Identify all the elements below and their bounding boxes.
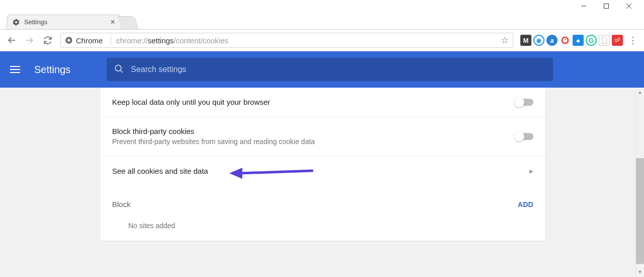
- extension-a-icon[interactable]: a: [546, 35, 558, 46]
- tab-close-button[interactable]: ✕: [110, 18, 116, 26]
- window-titlebar: [0, 0, 644, 12]
- browser-toolbar: Chrome chrome://settings/content/cookies…: [0, 29, 644, 51]
- scroll-thumb[interactable]: [636, 158, 644, 264]
- add-button[interactable]: ADD: [518, 200, 533, 209]
- separator: [111, 35, 111, 45]
- row-sublabel: Prevent third-party websites from saving…: [112, 137, 315, 146]
- origin-label: Chrome: [76, 36, 103, 45]
- chevron-right-icon: ▸: [529, 166, 533, 176]
- extension-doc-icon[interactable]: [599, 35, 610, 46]
- scroll-down-icon[interactable]: ▼: [636, 267, 644, 276]
- extension-todoist-icon[interactable]: [612, 35, 623, 46]
- search-settings-box[interactable]: [107, 58, 553, 81]
- reload-button[interactable]: [40, 33, 55, 48]
- address-bar[interactable]: Chrome chrome://settings/content/cookies…: [60, 33, 513, 48]
- scrollbar[interactable]: ▲ ▼: [635, 88, 644, 276]
- annotation-arrow: [229, 166, 315, 183]
- tab-strip: Settings ✕: [0, 12, 644, 29]
- back-button[interactable]: [4, 33, 19, 48]
- extension-duckduckgo-icon[interactable]: [560, 35, 571, 46]
- browser-menu-button[interactable]: ⋮: [626, 33, 640, 47]
- gear-icon: [12, 18, 21, 26]
- section-block: Block ADD: [100, 186, 545, 215]
- scroll-up-icon[interactable]: ▲: [636, 88, 644, 96]
- forward-button[interactable]: [22, 33, 37, 48]
- menu-icon[interactable]: [10, 62, 24, 77]
- extension-screenshot-icon[interactable]: [573, 35, 584, 46]
- row-see-all-cookies[interactable]: See all cookies and site data ▸: [100, 156, 545, 186]
- svg-line-12: [121, 71, 123, 73]
- svg-point-10: [577, 40, 580, 43]
- extension-gmail-icon[interactable]: M: [520, 35, 531, 46]
- row-keep-local-data[interactable]: Keep local data only until you quit your…: [100, 88, 545, 117]
- content-area: Keep local data only until you quit your…: [0, 88, 644, 277]
- bookmark-star-icon[interactable]: ☆: [501, 35, 509, 46]
- empty-text: No sites added: [128, 222, 533, 230]
- search-icon: [114, 63, 124, 76]
- toggle-keep-local[interactable]: [515, 99, 533, 106]
- window-maximize-button[interactable]: [595, 0, 617, 12]
- window-minimize-button[interactable]: [572, 0, 595, 12]
- tab-title: Settings: [24, 18, 110, 26]
- section-label: Block: [112, 200, 131, 209]
- window-close-button[interactable]: [617, 0, 640, 12]
- svg-point-7: [563, 38, 568, 43]
- row-block-third-party[interactable]: Block third-party cookies Prevent third-…: [100, 117, 545, 156]
- tab-settings[interactable]: Settings ✕: [6, 15, 122, 29]
- row-label: See all cookies and site data: [112, 167, 208, 175]
- svg-point-5: [67, 39, 70, 41]
- extension-eye-icon[interactable]: ◉: [533, 35, 544, 46]
- url-text: chrome://settings/content/cookies: [116, 36, 228, 45]
- row-label: Keep local data only until you quit your…: [112, 98, 270, 106]
- svg-line-13: [239, 171, 312, 173]
- settings-header: Settings: [0, 51, 644, 88]
- block-empty-row: No sites added: [100, 215, 545, 241]
- svg-point-8: [565, 39, 566, 40]
- row-label: Block third-party cookies: [112, 127, 315, 135]
- settings-panel: Keep local data only until you quit your…: [100, 88, 546, 241]
- page-title: Settings: [34, 64, 70, 76]
- extensions-row: M ◉ a G: [520, 35, 623, 46]
- extension-grammarly-icon[interactable]: G: [586, 35, 597, 46]
- svg-rect-1: [604, 4, 608, 9]
- chrome-origin-icon: [65, 36, 73, 44]
- toggle-block-third-party[interactable]: [515, 133, 533, 140]
- new-tab-button[interactable]: [118, 16, 139, 29]
- svg-marker-14: [229, 168, 242, 179]
- search-input[interactable]: [131, 65, 546, 74]
